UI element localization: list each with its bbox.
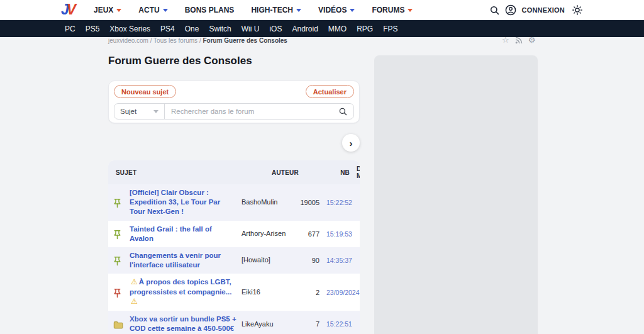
ad-placeholder-panel [374,55,538,334]
warning-icon: ⚠ [131,297,138,306]
nav-item-label: FORUMS [372,6,404,14]
topic-last-msg-time[interactable]: 15:22:52 [319,199,355,206]
chevron-right-icon: › [350,138,353,148]
jv-logo[interactable]: JV [61,1,74,18]
nav-item-label: BONS PLANS [185,6,235,14]
forum-search-input[interactable] [165,104,336,119]
topic-message-count: 90 [297,257,319,264]
topic-author: [Howaito] [242,256,297,264]
table-row[interactable]: Tainted Grail : the fall of AvalonArthor… [108,221,360,247]
folder-yellow-icon [113,320,130,329]
main-navigation: JEUXACTUBONS PLANSHIGH-TECHVIDÉOSFORUMS [94,0,413,20]
topic-last-msg-time[interactable]: 15:19:53 [319,230,355,238]
nav-item-jeux[interactable]: JEUX [94,6,121,14]
platform-nav-xbox-series[interactable]: Xbox Series [109,25,150,33]
topic-title-link[interactable]: Xbox va sortir un bundle PS5 + COD cette… [130,315,242,333]
topic-last-msg-time[interactable]: 15:22:51 [319,320,355,328]
nav-item-forums[interactable]: FORUMS [372,6,413,14]
warning-icon: ⚠ [131,277,138,286]
account-icon[interactable] [505,4,516,16]
search-icon[interactable] [490,6,499,15]
rss-icon[interactable] [515,36,523,44]
topic-title-link[interactable]: [Officiel] Clair Obscur : Expedition 33,… [130,188,242,217]
topic-author: Eiki16 [242,288,297,296]
topic-title-cell: Tainted Grail : the fall of Avalon [130,225,242,243]
platform-nav-ps4[interactable]: PS4 [160,25,175,33]
topic-last-msg-time[interactable]: 23/09/2024 [319,289,360,296]
nav-item-vidéos[interactable]: VIDÉOS [318,6,355,14]
forum-toolbar-card: Nouveau sujet Actualiser Sujet [108,81,360,123]
breadcrumb-path[interactable]: jeuxvideo.com / Tous les forums / [108,37,203,44]
topic-message-count: 19005 [297,199,319,206]
topic-title-cell: [Officiel] Clair Obscur : Expedition 33,… [130,188,242,217]
platform-nav-ps5[interactable]: PS5 [86,25,100,33]
table-row[interactable]: Changements à venir pour l'interface uti… [108,247,360,274]
topic-title-cell: Changements à venir pour l'interface uti… [130,251,242,270]
nav-item-label: VIDÉOS [318,6,347,14]
platform-nav-rpg[interactable]: RPG [357,25,373,33]
chevron-down-icon [350,9,355,12]
table-body: [Officiel] Clair Obscur : Expedition 33,… [108,184,360,334]
pin-green-icon [113,228,130,240]
pin-red-icon [113,287,130,298]
nav-item-high-tech[interactable]: HIGH-TECH [251,6,301,14]
table-row[interactable]: ⚠À propos des topics LGBT, progressistes… [108,274,360,311]
platform-nav-one[interactable]: One [185,25,199,33]
platform-nav-wii-u[interactable]: Wii U [242,25,260,33]
chevron-down-icon [408,9,413,12]
next-page-button[interactable]: › [342,134,360,152]
topic-last-msg-time[interactable]: 14:35:37 [319,257,355,264]
topic-title-cell: Xbox va sortir un bundle PS5 + COD cette… [130,315,242,333]
chevron-down-icon [163,9,168,12]
topics-table: SUJET AUTEUR NB DERNIER MSG [Officiel] C… [108,160,360,334]
platform-nav-android[interactable]: Android [292,25,318,33]
topic-title-link[interactable]: Changements à venir pour l'interface uti… [130,251,242,270]
topic-title-link[interactable]: ⚠À propos des topics LGBT, progressistes… [130,277,242,307]
topic-title-cell: ⚠À propos des topics LGBT, progressistes… [130,277,242,307]
nav-item-label: HIGH-TECH [251,6,293,14]
nav-item-label: JEUX [94,6,113,14]
topic-message-count: 2 [297,289,319,296]
topic-title-link[interactable]: Tainted Grail : the fall of Avalon [130,225,242,243]
search-submit-icon[interactable] [336,108,353,116]
top-header-bar: JV JEUXACTUBONS PLANSHIGH-TECHVIDÉOSFORU… [0,0,644,20]
table-header: SUJET AUTEUR NB DERNIER MSG [108,160,360,184]
breadcrumb-current: Forum Guerre des Consoles [203,37,287,44]
topbar-actions: CONNEXION [490,0,582,20]
search-filter-value: Sujet [120,108,136,115]
page-title: Forum Guerre des Consoles [108,55,252,67]
nav-item-actu[interactable]: ACTU [138,6,167,14]
theme-toggle-sun-icon[interactable] [572,5,582,15]
chevron-down-icon [116,9,121,12]
platform-nav-ios[interactable]: iOS [269,25,282,33]
table-row[interactable]: [Officiel] Clair Obscur : Expedition 33,… [108,184,360,221]
forum-search-bar: Sujet [114,103,354,120]
header-author: AUTEUR [272,169,327,176]
platform-nav-fps[interactable]: FPS [383,25,397,33]
nav-item-label: ACTU [138,6,159,14]
chevron-down-icon [296,9,301,12]
platform-nav-pc[interactable]: PC [65,25,75,33]
topic-author: LikeAyaku [242,320,297,328]
table-row[interactable]: Xbox va sortir un bundle PS5 + COD cette… [108,311,360,334]
pin-green-icon [113,255,130,266]
pin-green-icon [113,197,130,208]
platform-nav-switch[interactable]: Switch [209,25,231,33]
new-topic-button[interactable]: Nouveau sujet [114,85,176,98]
refresh-button[interactable]: Actualiser [306,85,354,98]
chevron-down-icon [153,110,158,113]
header-subject: SUJET [113,169,272,176]
search-filter-select[interactable]: Sujet [114,104,165,119]
topic-message-count: 7 [297,320,319,328]
platform-nav-mmo[interactable]: MMO [328,25,347,33]
topic-author: BashoMulin [242,198,297,206]
connexion-button[interactable]: CONNEXION [522,6,565,14]
topic-message-count: 677 [297,230,319,238]
header-count: NB [327,169,350,176]
topic-author: Arthory-Arisen [242,230,297,238]
breadcrumb[interactable]: jeuxvideo.com / Tous les forums / Forum … [108,37,287,44]
platform-navigation: PCPS5Xbox SeriesPS4OneSwitchWii UiOSAndr… [0,20,644,37]
nav-item-bons-plans[interactable]: BONS PLANS [185,6,235,14]
header-last-msg: DERNIER MSG [350,165,360,180]
